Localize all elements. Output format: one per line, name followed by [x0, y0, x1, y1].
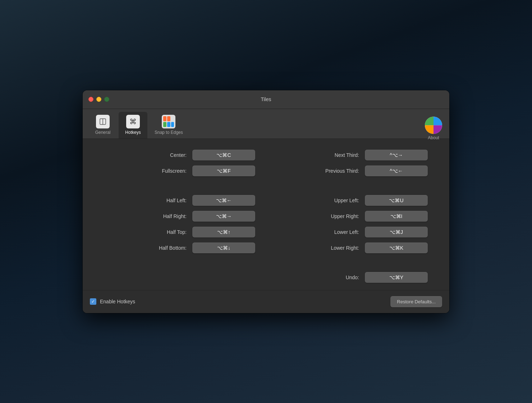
hotkey-halftop-row: Half Top: ⌥⌘↑ [104, 227, 255, 237]
minimize-button[interactable] [96, 97, 101, 102]
hotkey-fullscreen-label: Fullscreen: [143, 168, 187, 174]
hotkey-center-label: Center: [143, 152, 187, 158]
hotkey-halfbottom-label: Half Bottom: [143, 245, 187, 251]
hotkeys-tab-label: Hotkeys [125, 130, 141, 135]
hotkey-lowerleft-row: Lower Left: ⌥⌘J [277, 227, 428, 237]
enable-hotkeys-label: Enable Hotkeys [100, 299, 135, 304]
snap-tab-label: Snap to Edges [155, 130, 183, 135]
hotkey-halfbottom-row: Half Bottom: ⌥⌘↓ [104, 243, 255, 253]
hotkeys-right-section: Next Third: ^⌥→ Previous Third: ^⌥← Uppe… [277, 150, 428, 283]
about-label: About [428, 135, 439, 140]
maximize-button[interactable] [104, 97, 109, 102]
title-bar: Tiles [83, 90, 449, 109]
snap-icon [162, 115, 175, 128]
hotkey-center-row: Center: ⌥⌘C [104, 150, 255, 160]
hotkey-halfleft-label: Half Left: [143, 198, 187, 203]
hotkey-undo-btn[interactable]: ⌥⌘Y [365, 272, 428, 283]
hotkey-undo-row: Undo: ⌥⌘Y [277, 272, 428, 283]
hotkey-nextthird-btn[interactable]: ^⌥→ [365, 150, 428, 160]
hotkey-prevthird-label: Previous Third: [316, 168, 359, 174]
hotkey-upperleft-label: Upper Left: [316, 198, 359, 203]
hotkey-halfright-label: Half Right: [143, 213, 187, 219]
tab-general[interactable]: General [88, 112, 117, 139]
hotkeys-grid: Center: ⌥⌘C Fullscreen: ⌥⌘F Half Left: ⌥… [104, 150, 428, 283]
tab-hotkeys[interactable]: ⌘ Hotkeys [119, 112, 147, 139]
hotkey-upperright-row: Upper Right: ⌥⌘I [277, 211, 428, 222]
about-icon [425, 117, 442, 134]
close-button[interactable] [88, 97, 93, 102]
hotkey-nextthird-row: Next Third: ^⌥→ [277, 150, 428, 160]
hotkey-halftop-label: Half Top: [143, 229, 187, 235]
hotkey-nextthird-label: Next Third: [316, 152, 359, 158]
hotkey-halftop-btn[interactable]: ⌥⌘↑ [192, 227, 255, 237]
hotkey-halfbottom-btn[interactable]: ⌥⌘↓ [192, 243, 255, 253]
hotkey-upperleft-btn[interactable]: ⌥⌘U [365, 195, 428, 206]
main-content: Center: ⌥⌘C Fullscreen: ⌥⌘F Half Left: ⌥… [83, 139, 449, 290]
hotkey-upperright-label: Upper Right: [316, 213, 359, 219]
enable-hotkeys-row[interactable]: ✓ Enable Hotkeys [90, 298, 135, 305]
hotkey-upperright-btn[interactable]: ⌥⌘I [365, 211, 428, 222]
hotkey-lowerright-row: Lower Right: ⌥⌘K [277, 243, 428, 253]
hotkey-fullscreen-btn[interactable]: ⌥⌘F [192, 166, 255, 176]
hotkey-upperleft-row: Upper Left: ⌥⌘U [277, 195, 428, 206]
hotkeys-left-section: Center: ⌥⌘C Fullscreen: ⌥⌘F Half Left: ⌥… [104, 150, 255, 283]
hotkey-prevthird-row: Previous Third: ^⌥← [277, 166, 428, 176]
hotkey-halfleft-btn[interactable]: ⌥⌘← [192, 195, 255, 206]
hotkey-undo-label: Undo: [316, 275, 359, 280]
hotkey-lowerright-label: Lower Right: [316, 245, 359, 251]
window-title: Tiles [261, 96, 271, 102]
enable-hotkeys-checkbox[interactable]: ✓ [90, 298, 96, 305]
hotkey-lowerleft-btn[interactable]: ⌥⌘J [365, 227, 428, 237]
hotkey-halfleft-row: Half Left: ⌥⌘← [104, 195, 255, 206]
hotkey-halfright-btn[interactable]: ⌥⌘→ [192, 211, 255, 222]
tab-snap[interactable]: Snap to Edges [149, 112, 189, 139]
main-window: Tiles General ⌘ Hotkeys [83, 90, 449, 313]
hotkey-halfright-row: Half Right: ⌥⌘→ [104, 211, 255, 222]
hotkey-lowerleft-label: Lower Left: [316, 229, 359, 235]
hotkey-lowerright-btn[interactable]: ⌥⌘K [365, 243, 428, 253]
traffic-lights [88, 97, 109, 102]
about-button[interactable]: About [425, 117, 442, 140]
tab-group: General ⌘ Hotkeys [88, 112, 189, 139]
footer: ✓ Enable Hotkeys Restore Defaults... [83, 290, 449, 313]
hotkey-center-btn[interactable]: ⌥⌘C [192, 150, 255, 160]
hotkeys-icon: ⌘ [126, 115, 140, 128]
hotkey-prevthird-btn[interactable]: ^⌥← [365, 166, 428, 176]
restore-defaults-button[interactable]: Restore Defaults... [390, 296, 442, 307]
hotkey-fullscreen-row: Fullscreen: ⌥⌘F [104, 166, 255, 176]
general-icon [96, 115, 110, 128]
toolbar: General ⌘ Hotkeys [83, 109, 449, 139]
general-tab-label: General [95, 130, 111, 135]
